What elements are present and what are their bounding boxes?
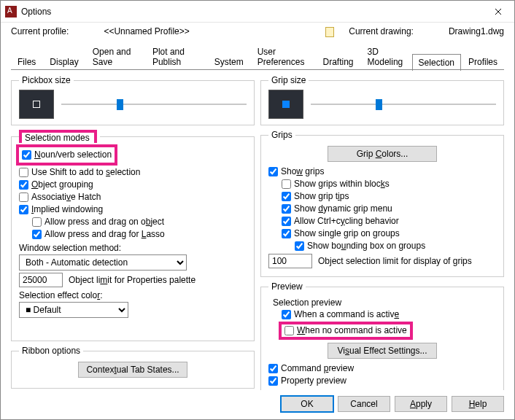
- tab-profiles[interactable]: Profiles: [462, 53, 504, 70]
- tabs: Files Display Open and Save Plot and Pub…: [1, 43, 514, 70]
- drawing-icon: [324, 26, 336, 37]
- object-limit-label: Object limit for Properties palette: [69, 275, 195, 285]
- visual-effect-settings-button[interactable]: Visual Effect Settings...: [328, 343, 437, 359]
- grip-colors-button[interactable]: Grip Colors...: [328, 146, 437, 162]
- selection-modes-legend: Selection modes: [19, 130, 100, 143]
- property-preview-label: Property preview: [281, 376, 346, 386]
- selection-effect-color-label: Selection effect color:: [19, 290, 247, 300]
- shift-add-checkbox[interactable]: [19, 168, 28, 177]
- single-grip-groups-checkbox[interactable]: [282, 229, 291, 238]
- preview-legend: Preview: [268, 281, 306, 292]
- bbox-groups-checkbox[interactable]: [295, 241, 304, 251]
- assoc-hatch-checkbox[interactable]: [19, 192, 28, 202]
- close-button[interactable]: [481, 1, 514, 23]
- command-preview-label: Command preview: [281, 363, 354, 374]
- bbox-groups-label: Show bounding box on groups: [307, 241, 425, 252]
- current-drawing-label: Current drawing:: [349, 26, 414, 36]
- show-grips-label: Show grips: [281, 166, 324, 177]
- window-selection-method-label: Window selection method:: [19, 243, 247, 253]
- titlebar: Options: [1, 1, 514, 23]
- grip-display-limit-input[interactable]: [268, 254, 312, 268]
- current-drawing-name: Drawing1.dwg: [449, 26, 504, 36]
- right-column: Grip size Grips Grip Colors... Show grip…: [260, 75, 504, 389]
- profile-row: Current profile: <<Unnamed Profile>> Cur…: [1, 23, 514, 43]
- ribbon-options-group: Ribbon options Contextual Tab States...: [11, 346, 255, 389]
- ribbon-options-legend: Ribbon options: [19, 346, 83, 356]
- window-title: Options: [21, 7, 481, 17]
- tab-user-preferences[interactable]: User Preferences: [251, 43, 316, 70]
- tab-system[interactable]: System: [208, 53, 250, 70]
- shift-add-label: Use Shift to add to selection: [31, 167, 140, 178]
- tab-3d-modeling[interactable]: 3D Modeling: [361, 43, 411, 70]
- close-icon: [495, 8, 502, 15]
- press-drag-object-label: Allow press and drag on object: [44, 217, 164, 228]
- implied-windowing-checkbox[interactable]: [19, 205, 28, 214]
- pickbox-preview: [19, 90, 54, 119]
- ctrl-cycling-checkbox[interactable]: [282, 217, 291, 226]
- when-command-active-checkbox[interactable]: [282, 310, 291, 319]
- preview-group: Preview Selection preview When a command…: [260, 281, 504, 390]
- grip-tips-label: Show grip tips: [294, 191, 349, 202]
- left-column: Pickbox size Selection modes: [11, 75, 255, 389]
- current-profile-label: Current profile:: [11, 26, 69, 36]
- grips-group: Grips Grip Colors... Show grips Show gri…: [260, 130, 504, 277]
- grip-tips-checkbox[interactable]: [282, 192, 291, 201]
- noun-verb-label: Noun/verb selection: [34, 149, 112, 160]
- ok-button[interactable]: OK: [281, 396, 333, 412]
- gripsize-group: Grip size: [260, 75, 504, 125]
- tab-open-save[interactable]: Open and Save: [86, 43, 145, 70]
- selection-modes-group: Selection modes Noun/verb selection Use …: [11, 130, 255, 341]
- property-preview-checkbox[interactable]: [268, 376, 278, 386]
- press-drag-lasso-label: Allow press and drag for Lasso: [44, 229, 165, 240]
- selection-preview-label: Selection preview: [273, 298, 496, 308]
- tab-display[interactable]: Display: [43, 53, 85, 70]
- grips-within-blocks-checkbox[interactable]: [282, 179, 291, 189]
- tab-drafting[interactable]: Drafting: [317, 53, 360, 70]
- object-grouping-label: Object grouping: [31, 179, 93, 190]
- pickbox-legend: Pickbox size: [19, 75, 74, 85]
- object-limit-input[interactable]: [19, 273, 63, 287]
- press-drag-object-checkbox[interactable]: [32, 217, 42, 227]
- grip-display-limit-label: Object selection limit for display of gr…: [318, 256, 472, 266]
- single-grip-groups-label: Show single grip on groups: [294, 228, 400, 239]
- press-drag-lasso-checkbox[interactable]: [32, 230, 42, 239]
- pickbox-group: Pickbox size: [11, 75, 255, 125]
- implied-windowing-label: Implied windowing: [31, 204, 103, 215]
- tab-files[interactable]: Files: [11, 53, 42, 70]
- when-no-command-active-label: When no command is active: [297, 325, 407, 336]
- cancel-button[interactable]: Cancel: [338, 396, 390, 412]
- when-command-active-label: When a command is active: [294, 309, 399, 320]
- tab-selection[interactable]: Selection: [412, 54, 461, 71]
- dynamic-grip-menu-label: Show dynamic grip menu: [294, 203, 392, 214]
- window-selection-method-select[interactable]: Both - Automatic detection: [19, 254, 187, 271]
- help-button[interactable]: Help: [452, 396, 504, 412]
- tab-plot-publish[interactable]: Plot and Publish: [146, 43, 207, 70]
- grips-legend: Grips: [268, 130, 295, 140]
- gripsize-legend: Grip size: [268, 75, 309, 85]
- gripsize-slider[interactable]: [311, 97, 496, 112]
- tab-content: Pickbox size Selection modes: [1, 71, 514, 390]
- pickbox-slider[interactable]: [61, 97, 247, 112]
- contextual-tab-states-button[interactable]: Contextual Tab States...: [78, 362, 187, 378]
- ctrl-cycling-label: Allow Ctrl+cycling behavior: [294, 216, 399, 227]
- current-profile-name: <<Unnamed Profile>>: [104, 26, 189, 36]
- selection-modes-legend-text: Selection modes: [25, 133, 90, 143]
- object-grouping-checkbox[interactable]: [19, 180, 28, 190]
- gripsize-preview: [268, 90, 303, 119]
- show-grips-checkbox[interactable]: [268, 167, 278, 176]
- dynamic-grip-menu-checkbox[interactable]: [282, 204, 291, 214]
- noun-verb-checkbox[interactable]: [22, 150, 31, 160]
- assoc-hatch-label: Associative Hatch: [31, 192, 101, 203]
- app-icon: [5, 6, 17, 18]
- grips-within-blocks-label: Show grips within blocks: [294, 179, 390, 190]
- when-no-command-active-checkbox[interactable]: [284, 326, 294, 335]
- dialog-buttons: OK Cancel Apply Help: [1, 390, 514, 419]
- command-preview-checkbox[interactable]: [268, 364, 278, 373]
- selection-effect-color-select[interactable]: ■ Default: [19, 302, 128, 318]
- apply-button[interactable]: Apply: [395, 396, 447, 412]
- options-dialog: Options Current profile: <<Unnamed Profi…: [0, 0, 515, 420]
